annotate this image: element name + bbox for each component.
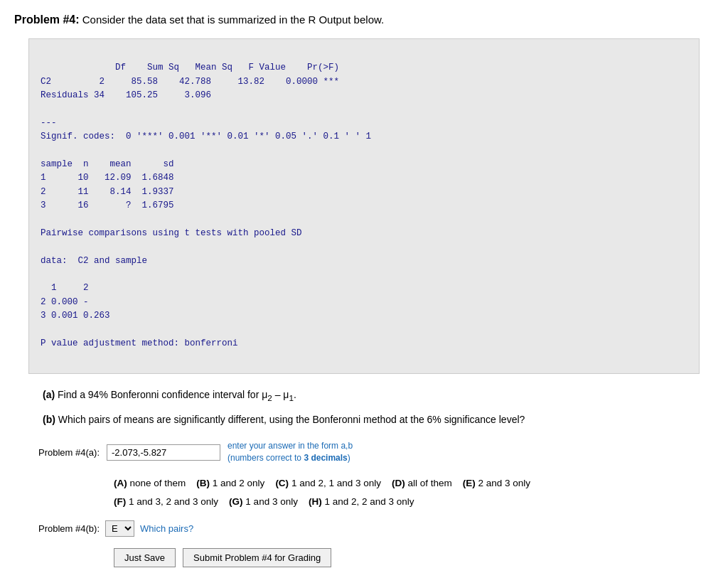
options-line1: (A) none of them (B) 1 and 2 only (C) 1 … xyxy=(114,474,714,493)
answer-b-row: Problem #4(b): A B C D E F G H Which pai… xyxy=(14,520,714,537)
r-output-text: Df Sum Sq Mean Sq F Value Pr(>F) C2 2 85… xyxy=(41,63,371,348)
problem-description: Consider the data set that is summarized… xyxy=(82,14,384,26)
hint-line1: enter your answer in the form a,b xyxy=(228,441,353,451)
answer-a-label: Problem #4(a): xyxy=(14,447,100,458)
question-b: (b) Which pairs of means are significant… xyxy=(43,412,714,427)
question-a-text: (a) Find a 94% Bonferonni confidence int… xyxy=(43,389,296,400)
answer-hint: enter your answer in the form a,b (numbe… xyxy=(228,440,353,464)
questions-block: (a) Find a 94% Bonferonni confidence int… xyxy=(43,387,714,428)
buttons-row: Just Save Submit Problem #4 for Grading xyxy=(114,548,714,567)
question-b-text: (b) Which pairs of means are significant… xyxy=(43,414,525,425)
question-a: (a) Find a 94% Bonferonni confidence int… xyxy=(43,387,714,405)
problem-container: Problem #4: Consider the data set that i… xyxy=(14,11,714,573)
answer-b-select[interactable]: A B C D E F G H xyxy=(105,520,134,537)
answer-a-row: Problem #4(a): enter your answer in the … xyxy=(14,440,714,464)
problem-title: Problem #4: Consider the data set that i… xyxy=(14,11,714,28)
options-line2: (F) 1 and 3, 2 and 3 only (G) 1 and 3 on… xyxy=(114,493,714,511)
submit-button[interactable]: Submit Problem #4 for Grading xyxy=(183,548,331,567)
save-button[interactable]: Just Save xyxy=(114,548,176,567)
problem-number: Problem #4: xyxy=(14,14,80,26)
options-block: (A) none of them (B) 1 and 2 only (C) 1 … xyxy=(114,474,714,510)
answer-a-input[interactable] xyxy=(107,444,220,461)
answer-b-label: Problem #4(b): xyxy=(14,523,100,534)
hint-line2: (numbers correct to 3 decimals) xyxy=(228,453,350,463)
which-pairs-link[interactable]: Which pairs? xyxy=(140,523,193,534)
r-output-box: Df Sum Sq Mean Sq F Value Pr(>F) C2 2 85… xyxy=(28,38,700,374)
